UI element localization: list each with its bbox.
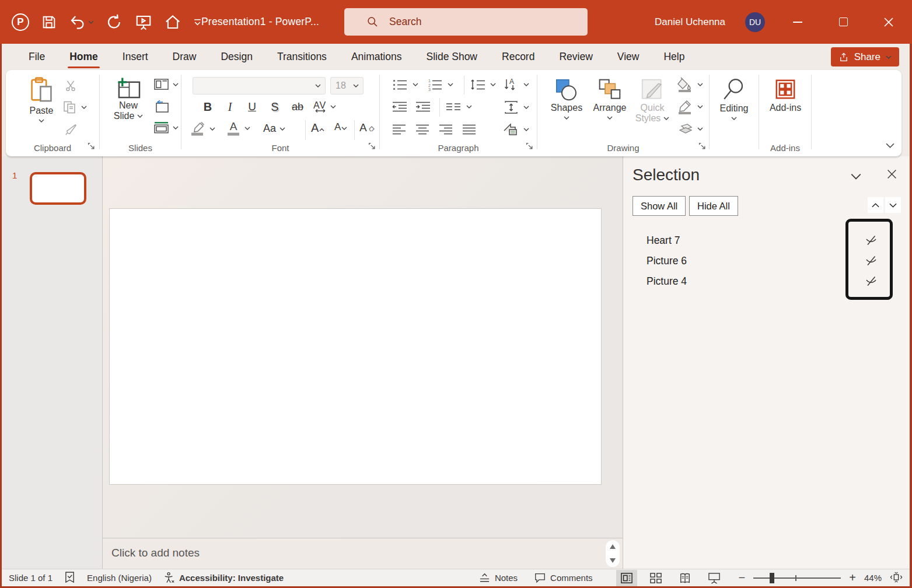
clipboard-dialog-launcher[interactable] (88, 142, 95, 152)
panel-divider[interactable] (102, 156, 103, 569)
selection-item-heart-7[interactable]: Heart 7 (623, 231, 910, 251)
tab-transitions[interactable]: Transitions (265, 44, 339, 70)
reading-view-button[interactable] (675, 570, 696, 586)
tab-draw[interactable]: Draw (160, 44, 209, 70)
character-spacing-chevron[interactable] (330, 100, 336, 111)
clear-formatting-button[interactable]: A (359, 121, 375, 134)
align-left-button[interactable] (392, 124, 407, 138)
addins-button[interactable]: Add-ins (765, 78, 806, 113)
columns-button[interactable] (445, 102, 472, 112)
account-name[interactable]: Daniel Uchenna (655, 16, 725, 28)
font-dialog-launcher[interactable] (368, 142, 376, 152)
increase-indent-button[interactable] (415, 100, 431, 116)
notes-placeholder[interactable]: Click to add notes (111, 547, 200, 559)
arrange-button[interactable]: Arrange (589, 78, 631, 120)
align-right-button[interactable] (438, 124, 453, 138)
accessibility-button[interactable]: Accessibility: Investigate (163, 572, 284, 584)
notes-scrollbar[interactable] (606, 540, 620, 567)
tab-record[interactable]: Record (490, 44, 547, 70)
zoom-out-button[interactable]: − (739, 571, 746, 584)
cut-button[interactable] (64, 79, 77, 94)
font-name-combobox[interactable] (193, 77, 326, 94)
minimize-button[interactable] (785, 0, 810, 44)
zoom-slider-thumb[interactable] (770, 573, 774, 583)
tab-review[interactable]: Review (547, 44, 604, 70)
powerpoint-logo-icon[interactable]: P (12, 13, 29, 31)
decrease-font-size-button[interactable]: A (334, 121, 347, 133)
zoom-slider[interactable] (753, 578, 841, 579)
tab-insert[interactable]: Insert (110, 44, 160, 70)
italic-button[interactable]: I (221, 98, 239, 116)
zoom-level[interactable]: 44% (864, 573, 882, 583)
copy-button[interactable] (62, 100, 87, 114)
paste-button[interactable]: Paste (23, 77, 60, 123)
justify-button[interactable] (462, 124, 477, 138)
tab-file[interactable]: File (16, 44, 57, 70)
section-button[interactable] (154, 121, 179, 134)
tab-view[interactable]: View (605, 44, 652, 70)
selection-pane-collapse-button[interactable] (851, 172, 861, 182)
slide-indicator[interactable]: Slide 1 of 1 (9, 573, 53, 583)
text-shadow-button[interactable]: S (266, 98, 284, 116)
visibility-toggle-hidden-icon[interactable] (861, 253, 876, 268)
selection-pane-divider[interactable] (623, 156, 623, 569)
save-button[interactable] (41, 14, 57, 30)
underline-button[interactable]: U (243, 98, 261, 116)
convert-to-smartart-button[interactable] (502, 123, 529, 136)
slide-layout-button[interactable] (154, 78, 179, 90)
text-direction-button[interactable]: A (504, 77, 529, 92)
start-slideshow-button[interactable] (135, 13, 152, 31)
search-box[interactable] (344, 8, 588, 36)
comments-button[interactable]: Comments (534, 572, 593, 583)
decrease-indent-button[interactable] (392, 100, 408, 116)
align-center-button[interactable] (415, 124, 430, 138)
slide-sorter-view-button[interactable] (645, 570, 666, 586)
new-slide-button[interactable]: New Slide (108, 77, 149, 121)
shape-effects-button[interactable] (677, 123, 703, 135)
change-case-button[interactable]: Aa (263, 123, 285, 135)
redo-button[interactable] (106, 13, 123, 31)
selection-item-picture-6[interactable]: Picture 6 (623, 251, 910, 272)
quick-styles-button[interactable]: Quick Styles (633, 78, 672, 124)
bullets-button[interactable] (393, 78, 418, 91)
highlight-color-button[interactable] (190, 121, 215, 136)
zoom-in-button[interactable]: + (849, 571, 856, 584)
visibility-toggle-hidden-icon[interactable] (861, 233, 876, 248)
tab-slide-show[interactable]: Slide Show (414, 44, 490, 70)
shape-fill-button[interactable] (677, 77, 703, 92)
slide-canvas[interactable] (110, 209, 601, 484)
slide-thumbnail[interactable] (30, 172, 86, 205)
visibility-toggle-hidden-icon[interactable] (861, 274, 876, 289)
editing-button[interactable]: Editing (715, 77, 753, 120)
send-backward-button[interactable] (885, 197, 901, 213)
increase-font-size-button[interactable]: A (311, 121, 324, 135)
hide-all-button[interactable]: Hide All (689, 196, 738, 216)
font-size-combobox[interactable]: 18 (330, 77, 364, 94)
paragraph-dialog-launcher[interactable] (526, 142, 533, 152)
spell-check-button[interactable] (64, 571, 75, 585)
selection-item-picture-4[interactable]: Picture 4 (623, 272, 910, 292)
bold-button[interactable]: B (199, 98, 216, 116)
normal-view-button[interactable] (616, 570, 637, 586)
notes-toggle-button[interactable]: Notes (478, 572, 518, 583)
language-indicator[interactable]: English (Nigeria) (87, 573, 152, 583)
line-spacing-button[interactable] (470, 78, 496, 91)
avatar[interactable]: DU (745, 12, 765, 32)
notes-panel[interactable]: Click to add notes (103, 538, 623, 569)
shapes-button[interactable]: Shapes (548, 78, 585, 120)
slideshow-view-button[interactable] (704, 570, 725, 586)
drawing-dialog-launcher[interactable] (698, 142, 706, 152)
tab-animations[interactable]: Animations (339, 44, 414, 70)
strikethrough-button[interactable]: ab (289, 98, 306, 116)
tab-design[interactable]: Design (208, 44, 264, 70)
tab-home[interactable]: Home (57, 44, 110, 70)
customize-toolbar-chevron-icon[interactable] (193, 18, 202, 26)
shape-outline-button[interactable] (677, 99, 703, 114)
font-color-button[interactable]: A (226, 120, 250, 136)
undo-button[interactable] (69, 13, 94, 31)
reset-slide-button[interactable] (154, 99, 169, 116)
collapse-ribbon-button[interactable] (886, 140, 894, 150)
format-painter-button[interactable] (64, 123, 78, 138)
scroll-down-icon[interactable] (610, 558, 616, 563)
show-all-button[interactable]: Show All (633, 196, 686, 216)
